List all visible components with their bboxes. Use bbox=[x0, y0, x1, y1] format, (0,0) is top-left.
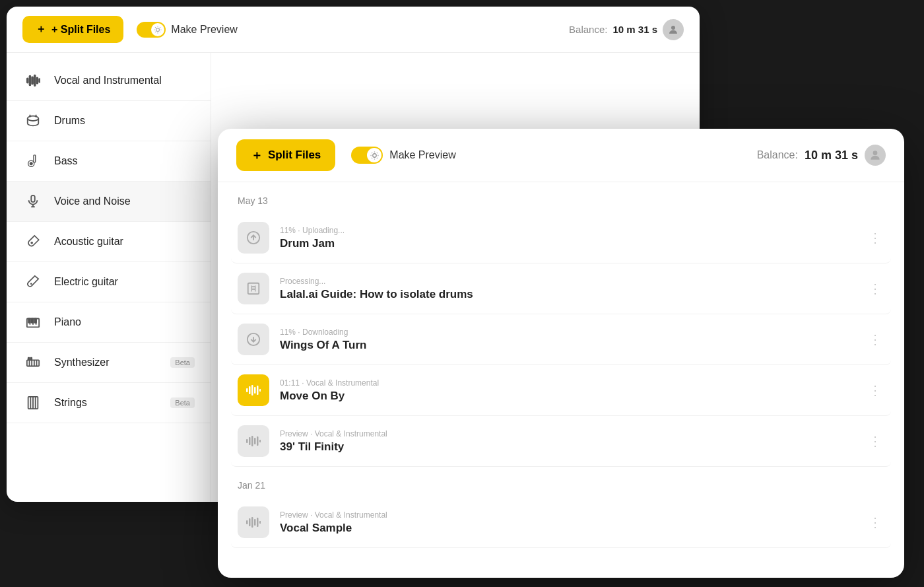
bg-preview-toggle[interactable]: Make Preview bbox=[137, 22, 237, 38]
track-item-4[interactable]: 01:11 · Vocal & Instrumental Move On By bbox=[231, 365, 891, 416]
svg-rect-14 bbox=[31, 195, 35, 202]
track-item-6[interactable]: Preview · Vocal & Instrumental Vocal Sam… bbox=[231, 497, 891, 548]
track-more-3[interactable] bbox=[866, 331, 884, 347]
svg-rect-60 bbox=[249, 518, 251, 526]
sidebar-label-acoustic-guitar: Acoustic guitar bbox=[54, 236, 123, 248]
toggle-switch[interactable] bbox=[351, 147, 383, 164]
waveform-icon bbox=[22, 70, 44, 91]
track-info-1: 11% · Uploading... Drum Jam bbox=[280, 226, 866, 250]
svg-rect-57 bbox=[257, 436, 259, 446]
svg-rect-61 bbox=[251, 517, 253, 528]
svg-point-13 bbox=[30, 162, 32, 165]
fg-split-files-label: Split Files bbox=[268, 149, 321, 162]
track-status-2: Processing... bbox=[280, 277, 866, 286]
tracks-content: May 13 11% · Uploading... Drum Jam bbox=[218, 182, 904, 578]
svg-point-0 bbox=[156, 28, 160, 31]
user-avatar[interactable] bbox=[865, 145, 886, 166]
track-thumb-3 bbox=[238, 324, 269, 355]
track-thumb-4 bbox=[238, 374, 269, 406]
svg-rect-31 bbox=[28, 358, 30, 361]
synth-icon bbox=[22, 352, 44, 373]
track-more-2[interactable] bbox=[866, 281, 884, 296]
svg-rect-32 bbox=[30, 358, 32, 361]
svg-rect-23 bbox=[28, 319, 30, 323]
sidebar-label-voice-noise: Voice and Noise bbox=[54, 195, 131, 207]
fg-header: ＋ Split Files Make Preview Balance: 10 m… bbox=[218, 129, 904, 182]
track-status-6: Preview · Vocal & Instrumental bbox=[280, 510, 866, 520]
strings-badge: Beta bbox=[170, 397, 195, 408]
svg-rect-24 bbox=[32, 319, 34, 323]
svg-rect-54 bbox=[249, 437, 251, 445]
svg-rect-59 bbox=[246, 520, 248, 524]
preview-toggle[interactable]: Make Preview bbox=[351, 147, 455, 164]
svg-rect-62 bbox=[254, 519, 256, 526]
svg-point-37 bbox=[373, 153, 376, 156]
track-info-3: 11% · Downloading Wings Of A Turn bbox=[280, 328, 866, 352]
balance-value: 10 m 31 s bbox=[805, 149, 858, 162]
svg-rect-50 bbox=[254, 387, 256, 394]
svg-rect-49 bbox=[251, 385, 253, 396]
strings-icon bbox=[22, 392, 44, 413]
sidebar-item-acoustic-guitar[interactable]: Acoustic guitar bbox=[7, 222, 211, 262]
track-name-2: Lalal.ai Guide: How to isolate drums bbox=[280, 288, 866, 301]
bg-make-preview-label: Make Preview bbox=[171, 24, 237, 36]
plus-icon: ＋ bbox=[36, 22, 46, 36]
sidebar-label-drums: Drums bbox=[54, 115, 85, 127]
svg-point-17 bbox=[30, 242, 33, 244]
svg-rect-52 bbox=[259, 389, 261, 392]
svg-rect-2 bbox=[27, 78, 28, 83]
svg-rect-3 bbox=[30, 76, 31, 86]
track-item-2[interactable]: Processing... Lalal.ai Guide: How to iso… bbox=[231, 263, 891, 314]
balance-label: Balance: bbox=[757, 149, 798, 161]
svg-rect-48 bbox=[249, 386, 251, 394]
svg-point-38 bbox=[873, 151, 878, 155]
bg-toggle-switch[interactable] bbox=[137, 22, 166, 38]
track-item-3[interactable]: 11% · Downloading Wings Of A Turn bbox=[231, 314, 891, 365]
track-info-6: Preview · Vocal & Instrumental Vocal Sam… bbox=[280, 510, 866, 535]
svg-point-1 bbox=[671, 26, 675, 30]
svg-rect-58 bbox=[259, 440, 261, 442]
svg-rect-5 bbox=[34, 75, 36, 86]
track-status-1: 11% · Uploading... bbox=[280, 226, 866, 235]
acoustic-guitar-icon bbox=[22, 231, 44, 252]
track-more-6[interactable] bbox=[866, 514, 884, 530]
sidebar-item-vocal-instrumental[interactable]: Vocal and Instrumental bbox=[7, 61, 211, 101]
sidebar-item-strings[interactable]: Strings Beta bbox=[7, 383, 211, 423]
track-thumb-1 bbox=[238, 222, 269, 254]
track-info-4: 01:11 · Vocal & Instrumental Move On By bbox=[280, 378, 866, 403]
bg-split-files-label: + Split Files bbox=[51, 24, 110, 36]
sidebar-label-electric-guitar: Electric guitar bbox=[54, 276, 118, 288]
svg-point-8 bbox=[28, 116, 39, 121]
date-may13: May 13 bbox=[231, 182, 891, 213]
drums-icon bbox=[22, 110, 44, 131]
sidebar-item-drums[interactable]: Drums bbox=[7, 101, 211, 141]
bg-avatar[interactable] bbox=[663, 19, 684, 40]
track-thumb-6 bbox=[238, 506, 269, 538]
bg-toggle-knob bbox=[151, 23, 164, 36]
sidebar-item-piano[interactable]: Piano bbox=[7, 302, 211, 343]
track-name-3: Wings Of A Turn bbox=[280, 339, 866, 352]
date-jan21: Jan 21 bbox=[231, 467, 891, 497]
sidebar-item-voice-noise[interactable]: Voice and Noise bbox=[7, 182, 211, 222]
bg-split-files-button[interactable]: ＋ + Split Files bbox=[22, 16, 123, 43]
track-thumb-5 bbox=[238, 425, 269, 457]
track-item-5[interactable]: Preview · Vocal & Instrumental 39' Til F… bbox=[231, 416, 891, 467]
track-thumb-2 bbox=[238, 273, 269, 304]
sidebar-item-electric-guitar[interactable]: Electric guitar bbox=[7, 262, 211, 302]
svg-rect-7 bbox=[39, 79, 40, 83]
track-name-4: Move On By bbox=[280, 390, 866, 403]
track-status-3: 11% · Downloading bbox=[280, 328, 866, 337]
track-item-1[interactable]: 11% · Uploading... Drum Jam bbox=[231, 213, 891, 263]
track-name-5: 39' Til Finity bbox=[280, 440, 866, 454]
piano-icon bbox=[22, 312, 44, 333]
track-more-1[interactable] bbox=[866, 230, 884, 246]
fg-make-preview-label: Make Preview bbox=[389, 149, 455, 161]
svg-rect-53 bbox=[246, 439, 248, 443]
split-files-button[interactable]: ＋ Split Files bbox=[236, 139, 335, 171]
track-more-5[interactable] bbox=[866, 433, 884, 449]
sidebar-item-bass[interactable]: Bass bbox=[7, 141, 211, 182]
track-info-5: Preview · Vocal & Instrumental 39' Til F… bbox=[280, 429, 866, 454]
track-more-4[interactable] bbox=[866, 382, 884, 398]
sidebar-item-synthesizer[interactable]: Synthesizer Beta bbox=[7, 343, 211, 383]
svg-rect-47 bbox=[246, 388, 248, 392]
